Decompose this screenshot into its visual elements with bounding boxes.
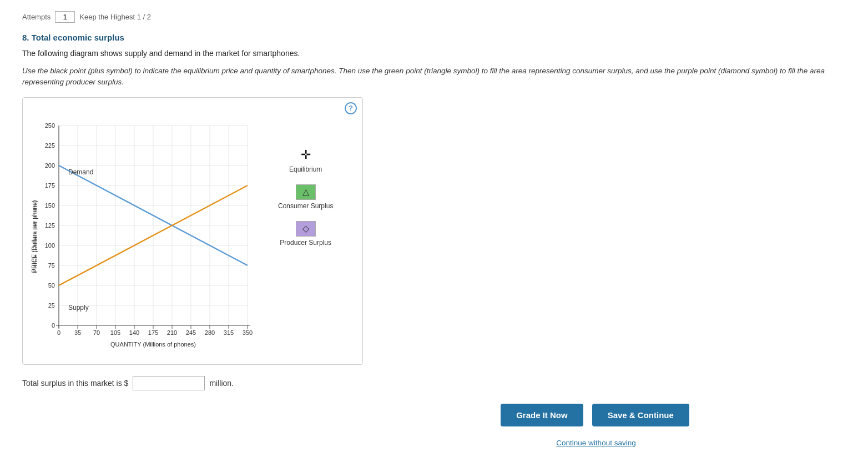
svg-text:35: 35 [74,329,81,336]
supply-demand-graph[interactable]: PRICE (Dollars per phone) [28,114,261,359]
svg-text:280: 280 [205,329,215,336]
total-surplus-suffix: million. [209,379,234,388]
producer-surplus-legend-item: ◇ Producer Surplus [280,221,331,247]
svg-text:150: 150 [45,202,55,209]
chart-area[interactable]: PRICE (Dollars per phone) [28,114,261,359]
svg-text:175: 175 [148,329,158,336]
svg-text:50: 50 [48,282,55,289]
consumer-surplus-symbol: △ [296,184,316,200]
total-surplus-prefix: Total surplus in this market is $ [22,379,128,388]
svg-text:125: 125 [45,222,55,229]
demand-label: Demand [68,168,93,176]
svg-text:175: 175 [45,182,55,189]
svg-text:250: 250 [45,122,55,129]
consumer-surplus-legend-item: △ Consumer Surplus [278,184,333,210]
help-icon[interactable]: ? [345,102,357,114]
consumer-surplus-label: Consumer Surplus [278,202,333,210]
svg-text:210: 210 [167,329,177,336]
svg-text:0: 0 [57,329,60,336]
svg-text:245: 245 [186,329,196,336]
question-instruction: Use the black point (plus symbol) to ind… [22,66,846,88]
producer-surplus-label: Producer Surplus [280,239,331,247]
y-axis-title: PRICE (Dollars per phone) [32,200,38,273]
total-surplus-row: Total surplus in this market is $ millio… [22,376,846,390]
question-title: 8. Total economic surplus [22,33,846,42]
save-continue-button[interactable]: Save & Continue [592,404,689,426]
svg-text:100: 100 [45,242,55,249]
keep-highest-label: Keep the Highest 1 / 2 [79,13,151,21]
legend-area: ✛ Equilibrium △ Consumer Surplus ◇ Produ… [261,114,333,252]
supply-label: Supply [68,304,89,312]
continue-without-saving-link[interactable]: Continue without saving [556,439,635,447]
svg-text:105: 105 [110,329,120,336]
total-surplus-input[interactable] [133,376,205,390]
svg-text:70: 70 [93,329,100,336]
svg-text:350: 350 [243,329,253,336]
equilibrium-label: Equilibrium [289,165,322,173]
svg-text:140: 140 [129,329,139,336]
attempts-label: Attempts [22,13,51,21]
producer-surplus-symbol: ◇ [296,221,316,237]
chart-container: ? PRICE (Dollars per phone) [22,97,363,365]
svg-text:200: 200 [45,162,55,169]
svg-text:315: 315 [224,329,234,336]
grade-it-now-button[interactable]: Grade It Now [501,404,583,426]
equilibrium-legend-item: ✛ Equilibrium [289,148,322,173]
x-axis-label: QUANTITY (Millions of phones) [110,341,196,348]
svg-text:0: 0 [52,322,55,329]
buttons-row: Grade It Now Save & Continue [501,404,689,426]
attempts-input[interactable] [55,11,75,23]
svg-text:25: 25 [48,302,55,309]
svg-text:75: 75 [48,262,55,269]
svg-text:225: 225 [45,142,55,149]
equilibrium-symbol: ✛ [301,148,311,162]
question-description: The following diagram shows supply and d… [22,49,846,58]
